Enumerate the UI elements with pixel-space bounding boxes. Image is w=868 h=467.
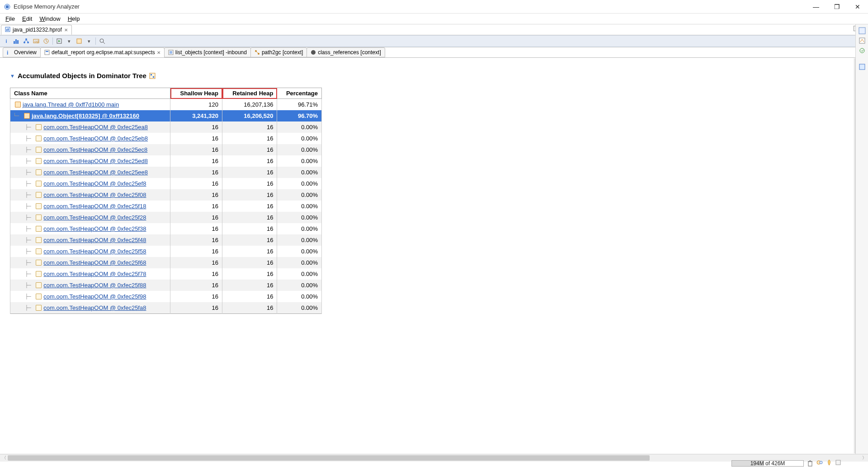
cell-percentage: 0.00% xyxy=(277,178,322,189)
perspective-icon[interactable] xyxy=(859,37,866,44)
cell-retained: 16 xyxy=(222,144,277,155)
list-icon xyxy=(168,50,174,55)
object-link[interactable]: com.oom.TestHeapOOM @ 0xfec25f78 xyxy=(43,271,146,277)
gc-trash-icon[interactable] xyxy=(807,460,813,467)
object-link[interactable]: com.oom.TestHeapOOM @ 0xfec25ee8 xyxy=(43,169,148,176)
object-link[interactable]: com.oom.TestHeapOOM @ 0xfec25f98 xyxy=(43,293,146,300)
cell-percentage: 96.71% xyxy=(277,99,322,111)
table-row[interactable]: ├─ com.oom.TestHeapOOM @ 0xfec25fa816160… xyxy=(10,302,322,314)
dominator-tree-icon[interactable] xyxy=(23,37,30,45)
tab-overview[interactable]: i Overview xyxy=(3,47,41,57)
table-row[interactable]: ├─ com.oom.TestHeapOOM @ 0xfec25f3816160… xyxy=(10,223,322,234)
scroll-left-icon[interactable]: 〈 xyxy=(0,455,8,461)
object-link[interactable]: com.oom.TestHeapOOM @ 0xfec25f48 xyxy=(43,237,146,243)
close-icon[interactable]: ✕ xyxy=(64,28,68,33)
thread-icon[interactable] xyxy=(42,37,50,45)
object-link[interactable]: java.lang.Object[810325] @ 0xff132160 xyxy=(32,112,139,119)
close-icon[interactable]: ✕ xyxy=(157,50,160,55)
cell-percentage: 0.00% xyxy=(277,212,322,223)
menu-window[interactable]: Window xyxy=(36,14,64,23)
minimize-button[interactable]: — xyxy=(806,0,826,14)
titlebar: Eclipse Memory Analyzer — ❐ ✕ xyxy=(0,0,868,14)
object-link[interactable]: com.oom.TestHeapOOM @ 0xfec25f68 xyxy=(43,259,146,266)
table-row[interactable]: ├─ com.oom.TestHeapOOM @ 0xfec25ee816160… xyxy=(10,167,322,178)
table-row[interactable]: ├─ com.oom.TestHeapOOM @ 0xfec25f9816160… xyxy=(10,291,322,302)
table-row[interactable]: ├─ com.oom.TestHeapOOM @ 0xfec25f1816160… xyxy=(10,201,322,212)
status-icon[interactable] xyxy=(835,460,841,467)
object-link[interactable]: com.oom.TestHeapOOM @ 0xfec25f58 xyxy=(43,248,146,255)
tree-connector: ├─ xyxy=(13,158,34,164)
tab-list-objects[interactable]: list_objects [context] -inbound xyxy=(164,47,251,57)
object-link[interactable]: com.oom.TestHeapOOM @ 0xfec25ef8 xyxy=(43,180,146,187)
cell-shallow: 120 xyxy=(170,99,222,111)
status-icon[interactable] xyxy=(816,459,823,467)
cell-shallow: 16 xyxy=(170,144,222,155)
close-button[interactable]: ✕ xyxy=(847,0,868,14)
perspective-icon[interactable] xyxy=(859,27,866,34)
scrollbar-thumb[interactable] xyxy=(8,455,650,461)
table-row[interactable]: ├─ com.oom.TestHeapOOM @ 0xfec25eb816160… xyxy=(10,133,322,144)
object-link[interactable]: com.oom.TestHeapOOM @ 0xfec25eb8 xyxy=(43,135,148,142)
col-class-name[interactable]: Class Name xyxy=(10,88,170,99)
col-percentage[interactable]: Percentage xyxy=(277,88,322,99)
editor-tab-hprof[interactable]: java_pid13232.hprof ✕ xyxy=(1,25,72,35)
svg-rect-3 xyxy=(6,29,7,31)
cell-shallow: 16 xyxy=(170,246,222,257)
table-row[interactable]: ├─ com.oom.TestHeapOOM @ 0xfec25ec816160… xyxy=(10,144,322,155)
cell-shallow: 16 xyxy=(170,280,222,291)
table-row[interactable]: ├─ com.oom.TestHeapOOM @ 0xfec25f8816160… xyxy=(10,280,322,291)
tree-connector: ├─ xyxy=(13,192,34,198)
search-icon[interactable] xyxy=(99,37,106,45)
table-row[interactable]: ├─ com.oom.TestHeapOOM @ 0xfec25f0816160… xyxy=(10,189,322,201)
table-row[interactable]: └─ java.lang.Object[810325] @ 0xff132160… xyxy=(10,110,322,121)
memory-gauge[interactable]: 194M of 426M xyxy=(731,460,804,467)
object-link[interactable]: com.oom.TestHeapOOM @ 0xfec25f88 xyxy=(43,282,146,289)
col-shallow-heap[interactable]: Shallow Heap xyxy=(170,88,222,99)
table-row[interactable]: ├─ com.oom.TestHeapOOM @ 0xfec25f2816160… xyxy=(10,212,322,223)
run-report-icon[interactable] xyxy=(56,37,63,45)
menu-help[interactable]: Help xyxy=(64,14,84,23)
dropdown-arrow-icon[interactable]: ▾ xyxy=(85,37,93,45)
maximize-button[interactable]: ❐ xyxy=(826,0,847,14)
menu-edit[interactable]: Edit xyxy=(19,14,36,23)
object-link[interactable]: com.oom.TestHeapOOM @ 0xfec25ec8 xyxy=(43,146,147,153)
dropdown-arrow-icon[interactable]: ▾ xyxy=(66,37,73,45)
object-link[interactable]: com.oom.TestHeapOOM @ 0xfec25f38 xyxy=(43,225,146,232)
table-row[interactable]: ├─ com.oom.TestHeapOOM @ 0xfec25f6816160… xyxy=(10,257,322,268)
svg-text:oql: oql xyxy=(34,40,39,43)
table-row[interactable]: ├─ com.oom.TestHeapOOM @ 0xfec25f4816160… xyxy=(10,234,322,246)
table-row[interactable]: ├─ com.oom.TestHeapOOM @ 0xfec25f7816160… xyxy=(10,268,322,280)
object-link[interactable]: com.oom.TestHeapOOM @ 0xfec25ea8 xyxy=(43,124,148,131)
table-row[interactable]: ├─ com.oom.TestHeapOOM @ 0xfec25ef816160… xyxy=(10,178,322,189)
oql-icon[interactable]: oql xyxy=(33,37,40,45)
object-link[interactable]: com.oom.TestHeapOOM @ 0xfec25f28 xyxy=(43,214,146,221)
menu-file[interactable]: File xyxy=(2,14,19,23)
array-icon xyxy=(24,113,30,119)
query-icon[interactable] xyxy=(75,37,83,45)
object-link[interactable]: java.lang.Thread @ 0xff7d1b00 main xyxy=(23,101,119,108)
tab-class-references[interactable]: class_references [context] xyxy=(307,47,385,57)
table-row[interactable]: ├─ com.oom.TestHeapOOM @ 0xfec25f5816160… xyxy=(10,246,322,257)
tab-default-report[interactable]: default_report org.eclipse.mat.api:suspe… xyxy=(40,47,165,57)
collapse-icon[interactable]: ▼ xyxy=(10,73,15,79)
table-row[interactable]: java.lang.Thread @ 0xff7d1b00 main12016,… xyxy=(10,99,322,111)
object-icon xyxy=(36,305,42,311)
cell-shallow: 16 xyxy=(170,121,222,133)
section-header[interactable]: ▼ Accumulated Objects in Dominator Tree xyxy=(10,72,854,79)
object-link[interactable]: com.oom.TestHeapOOM @ 0xfec25f18 xyxy=(43,203,146,210)
table-row[interactable]: ├─ com.oom.TestHeapOOM @ 0xfec25ed816160… xyxy=(10,155,322,167)
object-link[interactable]: com.oom.TestHeapOOM @ 0xfec25f08 xyxy=(43,191,146,198)
object-link[interactable]: com.oom.TestHeapOOM @ 0xfec25fa8 xyxy=(43,304,146,311)
scroll-right-icon[interactable]: 〉 xyxy=(860,455,868,461)
perspective-icon[interactable] xyxy=(859,63,866,70)
tab-path2gc[interactable]: path2gc [context] xyxy=(250,47,307,57)
perspective-icon[interactable] xyxy=(859,47,866,54)
object-link[interactable]: com.oom.TestHeapOOM @ 0xfec25ed8 xyxy=(43,158,148,164)
menubar: File Edit Window Help xyxy=(0,14,868,24)
cell-shallow: 16 xyxy=(170,291,222,302)
col-retained-heap[interactable]: Retained Heap xyxy=(222,88,277,99)
table-row[interactable]: ├─ com.oom.TestHeapOOM @ 0xfec25ea816160… xyxy=(10,121,322,133)
info-icon[interactable]: i xyxy=(3,37,10,45)
histogram-icon[interactable] xyxy=(13,37,20,45)
status-icon[interactable] xyxy=(826,459,832,467)
